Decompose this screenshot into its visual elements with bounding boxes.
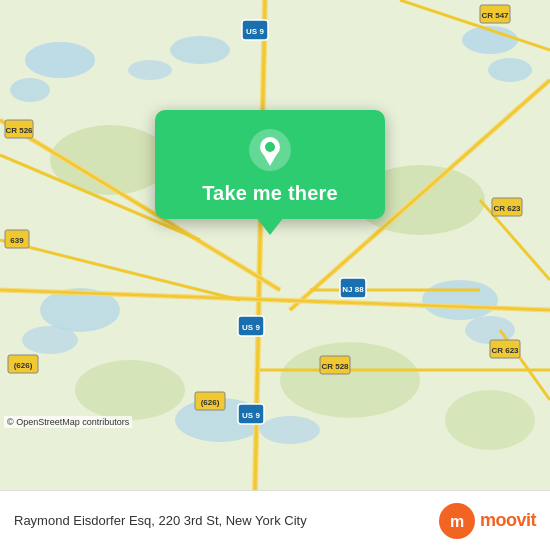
svg-point-15 [280, 342, 420, 418]
svg-point-1 [25, 42, 95, 78]
svg-text:US 9: US 9 [246, 27, 264, 36]
svg-text:m: m [450, 513, 464, 530]
svg-point-4 [488, 58, 532, 82]
bottom-bar: Raymond Eisdorfer Esq, 220 3rd St, New Y… [0, 490, 550, 550]
map-view: US 9 US 9 US 9 NJ 88 CR 526 CR 547 639 C… [0, 0, 550, 490]
svg-point-2 [10, 78, 50, 102]
location-pin-icon [248, 128, 292, 172]
svg-text:639: 639 [10, 236, 24, 245]
svg-point-11 [170, 36, 230, 64]
svg-text:CR 528: CR 528 [321, 362, 349, 371]
svg-point-10 [260, 416, 320, 444]
svg-text:US 9: US 9 [242, 323, 260, 332]
moovit-brand-icon: m [439, 503, 475, 539]
svg-point-17 [445, 390, 535, 450]
svg-text:CR 526: CR 526 [5, 126, 33, 135]
address-label: Raymond Eisdorfer Esq, 220 3rd St, New Y… [14, 513, 429, 528]
svg-point-12 [128, 60, 172, 80]
svg-text:CR 623: CR 623 [491, 346, 519, 355]
osm-attribution: © OpenStreetMap contributors [4, 416, 132, 428]
navigation-popup[interactable]: Take me there [155, 110, 385, 219]
moovit-brand-name: moovit [480, 510, 536, 531]
svg-text:(626): (626) [201, 398, 220, 407]
svg-point-59 [265, 142, 275, 152]
svg-text:US 9: US 9 [242, 411, 260, 420]
svg-point-7 [422, 280, 498, 320]
moovit-logo: m moovit [439, 503, 536, 539]
svg-point-16 [75, 360, 185, 420]
svg-text:CR 547: CR 547 [481, 11, 509, 20]
take-me-there-button[interactable]: Take me there [202, 182, 338, 205]
svg-text:NJ 88: NJ 88 [342, 285, 364, 294]
svg-text:(626): (626) [14, 361, 33, 370]
svg-text:CR 623: CR 623 [493, 204, 521, 213]
svg-point-6 [22, 326, 78, 354]
